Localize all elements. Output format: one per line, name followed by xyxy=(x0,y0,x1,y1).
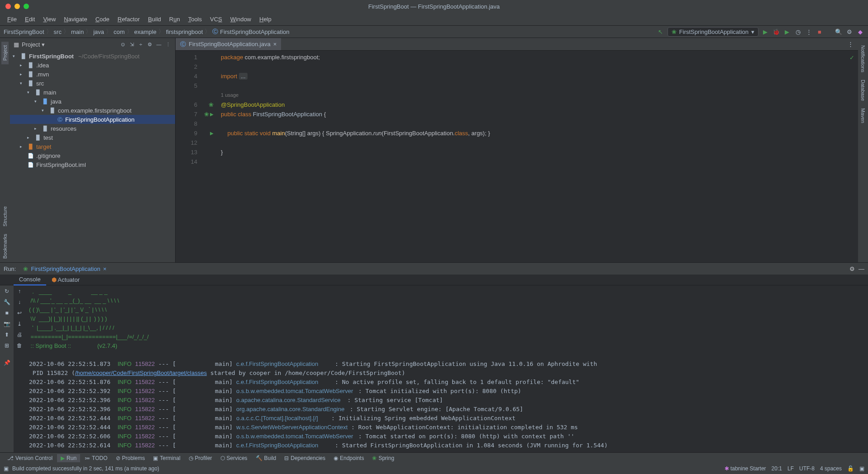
console-output[interactable]: . ____ _ __ _ _ /\\ / ___'_ __ _ _(_)_ _… xyxy=(25,285,868,452)
menu-file[interactable]: File xyxy=(4,14,20,24)
attach-button[interactable]: ⋮ xyxy=(805,28,813,36)
editor-content[interactable]: ✓ 1 2 4 5 6❀ 7❀▶ 8 9▶ 12 13 14 package c… xyxy=(176,51,858,262)
spring-leaf-icon[interactable]: ❀ xyxy=(209,100,214,109)
hide-panel-icon[interactable]: — xyxy=(858,265,864,272)
tree-item[interactable]: ▸▉test xyxy=(10,133,175,142)
maximize-window-button[interactable] xyxy=(24,4,29,9)
run-config-select[interactable]: ❀ FirstSpringBootApplication ▾ xyxy=(668,27,758,37)
services-tool[interactable]: ⬡Services xyxy=(217,454,251,462)
menu-window[interactable]: Window xyxy=(227,14,255,24)
breadcrumb-item[interactable]: example xyxy=(134,28,157,35)
breadcrumb-item[interactable]: FirstSpringBootApplication xyxy=(220,28,289,35)
close-icon[interactable]: × xyxy=(103,265,107,272)
tree-item[interactable]: ▾▉java xyxy=(10,97,175,106)
expand-icon[interactable]: ⇲ xyxy=(128,41,135,48)
stop-button[interactable]: ■ xyxy=(816,28,824,36)
close-tab-icon[interactable]: × xyxy=(273,41,277,47)
soft-wrap-icon[interactable]: ↩ xyxy=(15,309,24,317)
code-body[interactable]: package com.example.firstspringboot; imp… xyxy=(203,51,858,262)
menu-vcs[interactable]: VCS xyxy=(206,14,226,24)
camera-icon[interactable]: 📷 xyxy=(3,320,11,328)
maven-tool-tab[interactable]: Maven xyxy=(859,104,867,127)
settings-icon[interactable]: ⚙ xyxy=(845,28,854,36)
spring-leaf-icon[interactable]: ❀ xyxy=(204,109,209,119)
more-icon[interactable]: ⋮ xyxy=(164,41,172,48)
cursor-position[interactable]: 20:1 xyxy=(772,465,782,472)
notifications-tool-tab[interactable]: Notifications xyxy=(859,42,867,76)
endpoints-tool[interactable]: ◉Endpoints xyxy=(330,454,367,462)
stop-button[interactable]: ■ xyxy=(3,309,11,317)
run-gutter-icon[interactable]: ▶ xyxy=(210,128,214,138)
tree-item[interactable]: 📄.gitignore xyxy=(10,151,175,160)
menu-edit[interactable]: Edit xyxy=(21,14,38,24)
indent[interactable]: 4 spaces xyxy=(820,465,842,472)
debug-button[interactable]: 🐞 xyxy=(772,28,780,36)
todo-tool[interactable]: ≔TODO xyxy=(81,454,111,462)
console-tab[interactable]: Console xyxy=(14,274,46,285)
profiler-tool[interactable]: ◷Profiler xyxy=(185,454,216,462)
problems-tool[interactable]: ⊘Problems xyxy=(112,454,149,462)
minimize-window-button[interactable] xyxy=(14,4,20,9)
menu-run[interactable]: Run xyxy=(166,14,184,24)
collapse-icon[interactable]: ÷ xyxy=(137,41,144,48)
tree-item[interactable]: ▾▉com.example.firstspringboot xyxy=(10,106,175,115)
select-opened-icon[interactable]: ⊙ xyxy=(119,41,126,48)
run-gutter-icon[interactable]: ▶ xyxy=(210,109,214,119)
project-tool-tab[interactable]: Project xyxy=(1,42,9,64)
build-tool[interactable]: 🔨Build xyxy=(252,454,280,462)
scroll-end-icon[interactable]: ⤓ xyxy=(15,320,24,328)
tree-item[interactable]: 📄FirstSpringBoot.iml xyxy=(10,160,175,169)
tool-button[interactable]: ⬆ xyxy=(3,331,11,339)
readonly-icon[interactable]: 🔓 xyxy=(847,465,854,472)
run-button[interactable]: ▶ xyxy=(761,28,769,36)
close-window-button[interactable] xyxy=(5,4,11,9)
down-icon[interactable]: ↓ xyxy=(15,298,24,306)
breadcrumb-item[interactable]: src xyxy=(54,28,62,35)
structure-tool-tab[interactable]: Structure xyxy=(1,203,9,230)
menu-build[interactable]: Build xyxy=(144,14,165,24)
tree-item[interactable]: ▸▉.idea xyxy=(10,61,175,70)
tabnine-status[interactable]: ✱ tabnine Starter xyxy=(725,465,766,472)
version-control-tool[interactable]: ⎇Version Control xyxy=(4,454,56,462)
up-icon[interactable]: ↑ xyxy=(15,287,24,295)
project-tree[interactable]: ▾▉ FirstSpringBoot ~/Code/FirstSpringBoo… xyxy=(10,51,175,262)
coverage-button[interactable]: ▶ xyxy=(783,28,791,36)
chevron-down-icon[interactable]: ▾ xyxy=(42,41,45,48)
print-icon[interactable]: 🖨 xyxy=(15,331,24,339)
breadcrumb-item[interactable]: com xyxy=(114,28,125,35)
tabnine-icon[interactable]: ◆ xyxy=(856,28,864,36)
breadcrumb-item[interactable]: firstspringboot xyxy=(166,28,203,35)
line-sep[interactable]: LF xyxy=(787,465,794,472)
hide-tool-icon[interactable]: ▣ xyxy=(4,465,9,472)
menu-help[interactable]: Help xyxy=(256,14,275,24)
rerun-button[interactable]: ↻ xyxy=(3,287,11,295)
layout-icon[interactable]: ⊞ xyxy=(3,341,11,350)
tree-root[interactable]: ▾▉ FirstSpringBoot ~/Code/FirstSpringBoo… xyxy=(10,52,175,61)
tool-button[interactable]: 🔧 xyxy=(3,298,11,306)
memory-icon[interactable]: ▣ xyxy=(859,465,864,472)
actuator-tab[interactable]: ⬢ Actuator xyxy=(46,275,85,285)
settings-icon[interactable]: ⚙ xyxy=(146,41,153,48)
encoding[interactable]: UTF-8 xyxy=(799,465,815,472)
menu-navigate[interactable]: Navigate xyxy=(60,14,91,24)
editor-tab[interactable]: Ⓒ FirstSpringBootApplication.java × xyxy=(176,38,281,50)
breadcrumb-item[interactable]: main xyxy=(71,28,84,35)
tree-item-target[interactable]: ▸▉target xyxy=(10,142,175,151)
pin-icon[interactable]: 📌 xyxy=(3,359,11,367)
menu-refactor[interactable]: Refactor xyxy=(114,14,143,24)
run-tool[interactable]: ▶Run xyxy=(57,454,80,462)
trash-icon[interactable]: 🗑 xyxy=(15,341,24,350)
menu-code[interactable]: Code xyxy=(92,14,113,24)
tree-item-selected[interactable]: ⒸFirstSpringBootApplication xyxy=(10,115,175,124)
search-icon[interactable]: 🔍 xyxy=(835,28,843,36)
build-hammer-icon[interactable]: ↖ xyxy=(657,28,665,36)
breadcrumb-item[interactable]: FirstSpringBoot xyxy=(4,28,44,35)
settings-icon[interactable]: ⚙ xyxy=(849,265,855,272)
spring-tool[interactable]: ❀Spring xyxy=(368,454,398,462)
tree-item[interactable]: ▾▉main xyxy=(10,88,175,97)
menu-view[interactable]: View xyxy=(39,14,59,24)
bookmarks-tool-tab[interactable]: Bookmarks xyxy=(1,230,9,262)
editor-more-icon[interactable]: ⋮ xyxy=(848,41,858,47)
terminal-tool[interactable]: ▣Terminal xyxy=(149,454,184,462)
dependencies-tool[interactable]: ⊟Dependencies xyxy=(281,454,329,462)
